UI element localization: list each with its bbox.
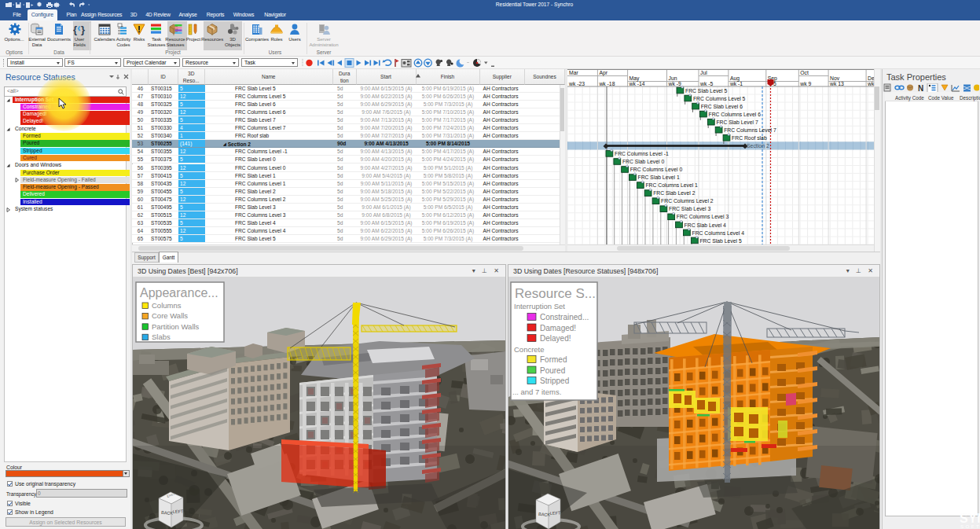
svg-text:wk -23: wk -23 [568, 81, 585, 86]
svg-text:Constrained...: Constrained... [540, 313, 589, 321]
svg-text:FRC Slab Level 2: FRC Slab Level 2 [653, 190, 695, 196]
svg-text:Core Walls: Core Walls [152, 311, 188, 320]
svg-text:Stripped: Stripped [540, 377, 569, 385]
svg-text:Concrete: Concrete [514, 345, 545, 354]
svg-text:FRC Slab Level 4: FRC Slab Level 4 [685, 222, 726, 228]
svg-text:wk 9: wk 9 [799, 81, 811, 86]
svg-text:Oct: Oct [800, 70, 809, 75]
svg-text:BACK: BACK [538, 512, 551, 517]
svg-text:FRC Slab Level 3: FRC Slab Level 3 [669, 206, 710, 211]
svg-text:Appearance...: Appearance... [140, 286, 218, 299]
svg-text:Section 2: Section 2 [747, 143, 769, 149]
svg-text:FRC Slab Level 5: FRC Slab Level 5 [685, 88, 727, 94]
svg-text:FRC Slab Level 5: FRC Slab Level 5 [699, 238, 741, 244]
svg-text:FRC Columns Level 5: FRC Columns Level 5 [693, 96, 746, 101]
svg-text:FRC Columns Level 3: FRC Columns Level 3 [677, 214, 729, 219]
svg-text:Slabs: Slabs [152, 332, 171, 341]
svg-text:Formed: Formed [540, 355, 567, 364]
svg-text:wk -1: wk -1 [729, 81, 743, 86]
svg-text:Poured: Poured [540, 366, 565, 375]
svg-text:{: { [73, 24, 77, 35]
svg-text:FRC Columns Level 6: FRC Columns Level 6 [709, 112, 762, 117]
svg-text:Interruption Set: Interruption Set [514, 302, 565, 310]
svg-text:SOFT: SOFT [960, 523, 980, 529]
svg-text:FRC Columns Level 0: FRC Columns Level 0 [630, 167, 683, 172]
svg-text:... and 7 items.: ... and 7 items. [512, 388, 561, 396]
svg-text:Resource S...: Resource S... [515, 286, 596, 301]
svg-text:LEFT: LEFT [550, 510, 561, 516]
svg-text:FRC Columns Level 2: FRC Columns Level 2 [661, 198, 714, 204]
svg-text:wk -5: wk -5 [699, 81, 713, 86]
svg-text:N: N [918, 84, 923, 93]
svg-text:BACK: BACK [161, 510, 174, 516]
svg-text:LEFT: LEFT [173, 509, 184, 514]
svg-text:FRC Columns Level 4: FRC Columns Level 4 [692, 230, 745, 236]
svg-text:Delayed!: Delayed! [540, 334, 571, 343]
svg-text:wk -14: wk -14 [629, 81, 645, 86]
svg-text:5: 5 [773, 81, 776, 86]
svg-text:FRC Columns Level 7: FRC Columns Level 7 [724, 127, 776, 133]
svg-text:Jul: Jul [700, 70, 707, 75]
svg-text:FRC Slab Level 1: FRC Slab Level 1 [638, 174, 680, 180]
svg-text:Partition Walls: Partition Walls [152, 322, 200, 331]
svg-text:wk 13: wk 13 [829, 81, 844, 86]
svg-text:FRC Slab Level 7: FRC Slab Level 7 [716, 119, 758, 125]
svg-text:wk -18: wk -18 [598, 81, 615, 86]
svg-text:FRC Roof slab: FRC Roof slab [732, 135, 767, 141]
svg-text:Columns: Columns [152, 301, 182, 310]
svg-text:FRC Slab Level 6: FRC Slab Level 6 [701, 104, 743, 109]
svg-text:FRC Columns Level 1: FRC Columns Level 1 [645, 182, 698, 188]
svg-text:}: } [81, 24, 85, 35]
svg-text:Damaged!: Damaged! [540, 324, 576, 332]
svg-text:Mar: Mar [569, 70, 578, 75]
svg-text:Apr: Apr [599, 70, 607, 76]
svg-text:FRC Slab Level 0: FRC Slab Level 0 [622, 159, 664, 164]
svg-text:wk -9: wk -9 [668, 81, 681, 86]
svg-text:FRC Columns Level -1: FRC Columns Level -1 [615, 151, 669, 156]
